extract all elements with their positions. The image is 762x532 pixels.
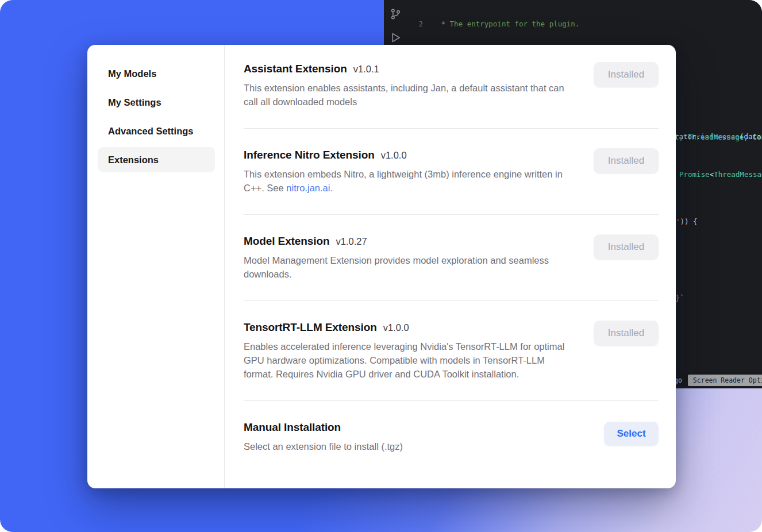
installed-button[interactable]: Installed [594,62,659,87]
extension-row-assistant: Assistant Extension v1.0.1 This extensio… [244,45,659,129]
sidebar-item-my-models[interactable]: My Models [98,61,215,86]
extension-version: v1.0.0 [383,321,409,334]
settings-modal: My Models My Settings Advanced Settings … [87,45,676,488]
extension-description: This extension embeds Nitro, a lightweig… [244,167,576,195]
installed-button[interactable]: Installed [594,148,659,174]
code-fragment: Promise<ThreadMessage> [679,170,762,179]
extension-description: Model Management Extension provides mode… [244,253,576,281]
manual-installation-title: Manual Installation [244,421,341,434]
installed-button[interactable]: Installed [594,321,659,346]
settings-sidebar: My Models My Settings Advanced Settings … [87,45,225,488]
sidebar-item-advanced-settings[interactable]: Advanced Settings [98,118,215,144]
sidebar-item-extensions[interactable]: Extensions [98,147,215,172]
extension-row-tensorrt-llm: TensortRT-LLM Extension v1.0.0 Enables a… [244,301,659,401]
code-fragment: ')) { [676,217,698,226]
extension-row-model: Model Extension v1.0.27 Model Management… [244,215,659,301]
extension-description: Enables accelerated inference leveraging… [244,340,576,381]
screenshot-root: 2 * The entrypoint for the plugin. 3 */ … [0,0,762,532]
code-line: 2 * The entrypoint for the plugin. [413,20,762,29]
line-number: 2 [413,20,423,29]
extension-name: Inference Nitro Extension [244,148,375,162]
extension-description: This extension enables assistants, inclu… [244,81,576,109]
manual-installation-description: Select an extension file to install (.tg… [244,440,576,453]
run-debug-icon[interactable] [390,32,402,44]
installed-button[interactable]: Installed [594,234,659,260]
extension-version: v1.0.0 [381,148,407,162]
nitro-jan-ai-link[interactable]: nitro.jan.ai. [286,183,333,193]
extension-row-inference-nitro: Inference Nitro Extension v1.0.0 This ex… [244,129,659,215]
code-fragment: rator.inference(data)); [675,132,762,141]
select-file-button[interactable]: Select [604,422,659,446]
extension-name: Model Extension [244,234,329,248]
extensions-panel: Assistant Extension v1.0.1 This extensio… [225,45,676,488]
manual-installation-row: Manual Installation Select an extension … [244,401,659,473]
activity-bar [390,8,402,44]
extension-name: Assistant Extension [244,62,347,76]
screen-reader-status-chip[interactable]: Screen Reader Optimized [688,375,762,386]
source-control-icon[interactable] [390,8,402,20]
extension-version: v1.0.27 [336,234,367,248]
extension-name: TensortRT-LLM Extension [244,321,377,334]
extension-version: v1.0.1 [353,62,379,76]
code-comment: * The entrypoint for the plugin. [437,20,579,28]
sidebar-item-my-settings[interactable]: My Settings [98,90,215,115]
